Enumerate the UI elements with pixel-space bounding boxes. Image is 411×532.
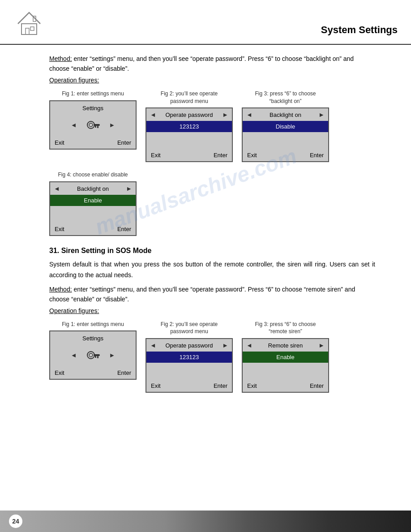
backlight-fig3: Fig 3: press “6” to choose “backlight on… xyxy=(242,90,329,163)
siren-method-label: Method: xyxy=(49,286,72,293)
siren-fig3-caption: Fig 3: press “6” to choose “remote siren… xyxy=(255,321,316,336)
siren-fig3-bottom: Exit Enter xyxy=(243,380,328,392)
siren-fig1-top: Settings xyxy=(50,331,136,343)
siren-fig1-caption: Fig 1: enter settings menu xyxy=(62,321,124,328)
left-arrow-icon: ◄ xyxy=(246,342,253,349)
siren-method-text: Method: enter “settings” menu, and then … xyxy=(49,284,375,305)
backlight-method-text: Method: enter “settings” menu, and then … xyxy=(49,54,375,74)
svg-point-4 xyxy=(87,121,94,129)
right-arrow-icon: ► xyxy=(222,111,228,118)
backlight-fig3-top-row: ◄ Backlight on ► xyxy=(243,108,328,121)
backlight-fig1-bottom: Exit Enter xyxy=(50,137,136,149)
header: System Settings xyxy=(0,0,411,45)
backlight-fig3-bottom: Exit Enter xyxy=(243,149,328,161)
backlight-fig1-lcd: Settings ◄ ► xyxy=(49,100,137,150)
siren-fig1-lcd: Settings ◄ ► Exit xyxy=(49,330,137,380)
svg-rect-13 xyxy=(95,356,96,358)
backlight-fig4-lcd: ◄ Backlight on ► Enable Exit Enter xyxy=(49,181,137,236)
siren-fig1-middle: ◄ ► xyxy=(50,343,136,367)
siren-fig2-bottom: Exit Enter xyxy=(146,380,232,392)
left-arrow-icon: ◄ xyxy=(150,342,156,349)
backlight-fig3-lcd: ◄ Backlight on ► Disable Exit Enter xyxy=(242,107,329,162)
svg-rect-1 xyxy=(26,28,29,34)
siren-section: 31. Siren Setting in SOS Mode System def… xyxy=(49,247,375,393)
siren-fig1: Fig 1: enter settings menu Settings ◄ xyxy=(49,321,137,380)
backlight-fig1-caption: Fig 1: enter settings menu xyxy=(62,90,124,98)
right-arrow-icon: ► xyxy=(222,342,228,349)
siren-fig2-top-row: ◄ Operate password ► xyxy=(146,339,232,352)
svg-rect-7 xyxy=(97,126,98,128)
left-arrow-icon: ◄ xyxy=(71,352,77,359)
backlight-section: Method: enter “settings” menu, and then … xyxy=(49,54,375,236)
siren-fig2-lcd: ◄ Operate password ► 123123 Exit Enter xyxy=(146,338,233,393)
backlight-method-label: Method: xyxy=(49,55,72,62)
backlight-figures-row2: Fig 4: choose enable/ disable ◄ Backligh… xyxy=(49,171,375,236)
main-content: Method: enter “settings” menu, and then … xyxy=(0,45,411,411)
backlight-fig1-top: Settings xyxy=(50,101,136,113)
siren-fig3-middle xyxy=(243,363,328,380)
svg-rect-11 xyxy=(94,354,100,356)
svg-rect-6 xyxy=(94,124,100,126)
right-arrow-icon: ► xyxy=(109,121,116,129)
right-arrow-icon: ► xyxy=(109,352,116,359)
siren-fig3-value: Enable xyxy=(243,352,328,363)
backlight-fig3-caption: Fig 3: press “6” to choose “backlight on… xyxy=(255,90,316,105)
backlight-fig4-top-row: ◄ Backlight on ► xyxy=(50,182,136,195)
backlight-figures-row1: Fig 1: enter settings menu Settings ◄ xyxy=(49,90,375,163)
footer: 24 xyxy=(0,511,411,532)
right-arrow-icon: ► xyxy=(318,342,325,349)
backlight-fig3-value: Disable xyxy=(243,121,328,132)
backlight-fig2-bottom: Exit Enter xyxy=(146,149,232,161)
key-icon xyxy=(85,347,101,363)
siren-body: System default is that when you press th… xyxy=(49,259,375,281)
backlight-fig4-bottom: Exit Enter xyxy=(50,223,136,235)
backlight-fig2-value: 123123 xyxy=(146,121,232,132)
svg-point-5 xyxy=(89,123,93,127)
svg-rect-2 xyxy=(30,27,34,30)
backlight-fig3-middle xyxy=(243,132,328,149)
siren-fig3-lcd: ◄ Remote siren ► Enable Exit Enter xyxy=(242,338,329,393)
key-icon xyxy=(85,117,101,133)
left-arrow-icon: ◄ xyxy=(71,121,77,129)
siren-fig3: Fig 3: press “6” to choose “remote siren… xyxy=(242,321,329,393)
backlight-fig4-caption: Fig 4: choose enable/ disable xyxy=(58,171,128,179)
svg-point-10 xyxy=(89,353,93,357)
siren-fig2-value: 123123 xyxy=(146,352,232,363)
siren-fig2-caption: Fig 2: you’ll see operate password menu xyxy=(161,321,218,336)
siren-fig2: Fig 2: you’ll see operate password menu … xyxy=(146,321,233,393)
backlight-fig2-caption: Fig 2: you’ll see operate password menu xyxy=(161,90,218,105)
right-arrow-icon: ► xyxy=(126,185,132,192)
backlight-fig2-top-row: ◄ Operate password ► xyxy=(146,108,232,121)
siren-figures-row: Fig 1: enter settings menu Settings ◄ xyxy=(49,321,375,393)
backlight-fig2-middle xyxy=(146,132,232,149)
right-arrow-icon: ► xyxy=(318,111,325,118)
siren-fig2-middle xyxy=(146,363,232,380)
left-arrow-icon: ◄ xyxy=(246,111,253,118)
left-arrow-icon: ◄ xyxy=(150,111,156,118)
backlight-fig2: Fig 2: you’ll see operate password menu … xyxy=(146,90,233,163)
siren-heading: 31. Siren Setting in SOS Mode xyxy=(49,247,375,255)
siren-operation-label: Operation figures: xyxy=(49,307,375,314)
siren-fig3-top-row: ◄ Remote siren ► xyxy=(243,339,328,352)
svg-point-9 xyxy=(87,352,94,359)
page-number: 24 xyxy=(9,515,22,528)
svg-rect-8 xyxy=(95,126,96,128)
left-arrow-icon: ◄ xyxy=(54,185,60,192)
backlight-fig4: Fig 4: choose enable/ disable ◄ Backligh… xyxy=(49,171,137,236)
page-title: System Settings xyxy=(321,24,398,39)
backlight-fig1: Fig 1: enter settings menu Settings ◄ xyxy=(49,90,137,150)
backlight-fig1-middle: ◄ ► xyxy=(50,113,136,137)
backlight-fig4-value: Enable xyxy=(50,195,136,206)
backlight-fig2-lcd: ◄ Operate password ► 123123 Exit Enter xyxy=(146,107,233,162)
svg-rect-12 xyxy=(97,356,98,358)
backlight-fig4-middle xyxy=(50,206,136,223)
siren-fig1-bottom: Exit Enter xyxy=(50,367,136,379)
house-icon xyxy=(13,8,45,39)
backlight-operation-label: Operation figures: xyxy=(49,77,375,84)
